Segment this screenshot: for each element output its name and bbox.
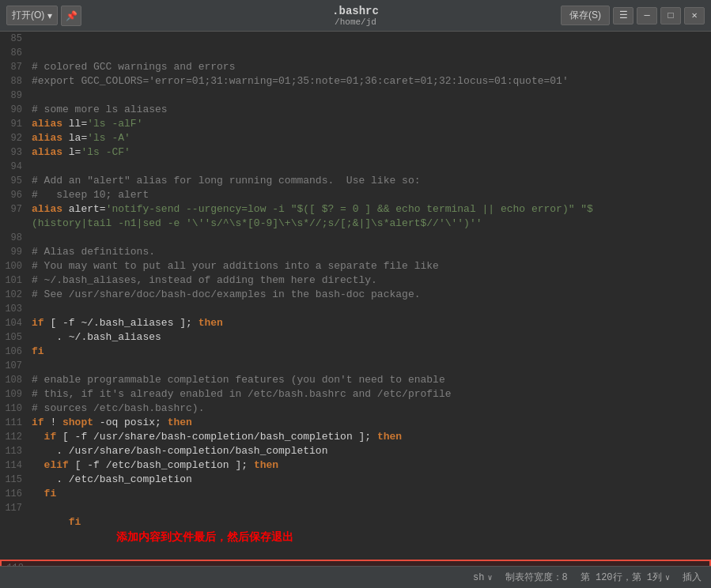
statusbar: sh ∨ 制表符宽度：8 第 120行，第 1列 ∨ 插入 (0, 566, 711, 588)
table-row: 99 # Alias definitions. (0, 245, 711, 259)
pin-button[interactable]: 📌 (61, 6, 81, 26)
pin-icon: 📌 (66, 10, 78, 21)
close-icon: ✕ (691, 9, 697, 21)
table-row: 105 . ~/.bash_aliases (0, 330, 711, 345)
file-path: /home/jd (335, 17, 376, 27)
table-row: 102 # See /usr/share/doc/bash-doc/exampl… (0, 288, 711, 302)
table-row: 115 . /etc/bash_completion (0, 473, 711, 487)
table-row: 113 . /usr/share/bash-completion/bash_co… (0, 444, 711, 458)
table-row: 91 alias ll='ls -alF' (0, 117, 711, 131)
table-row: 98 (0, 231, 711, 245)
titlebar: 打开(O) ▾ 📌 .bashrc /home/jd 保存(S) ☰ ─ □ ✕ (0, 0, 711, 32)
open-label: 打开(O) (12, 9, 44, 22)
titlebar-center: .bashrc /home/jd (332, 5, 379, 27)
position-chevron: ∨ (665, 573, 670, 582)
table-row: 103 (0, 302, 711, 316)
table-row: 101 # ~/.bash_aliases, instead of adding… (0, 273, 711, 288)
position-status[interactable]: 第 120行，第 1列 ∨ (581, 571, 670, 584)
shell-label: sh (473, 572, 484, 583)
table-row: 95 # Add an "alert" alias for long runni… (0, 174, 711, 188)
table-row: 89 (0, 89, 711, 103)
table-row: 100 # You may want to put all your addit… (0, 259, 711, 273)
table-row: (history|tail -n1|sed -e '\''s/^\s*[0-9]… (0, 217, 711, 231)
table-row: 97 alias alert='notify-send --urgency=lo… (0, 202, 711, 217)
highlighted-block: 118 119 # cuda 120 export PATH=$PATH:/us… (0, 560, 711, 566)
table-row: 90 # some more ls aliases (0, 103, 711, 117)
mode-label: 插入 (683, 571, 702, 584)
menu-button[interactable]: ☰ (613, 7, 633, 24)
open-dropdown-icon: ▾ (47, 10, 52, 21)
maximize-button[interactable]: □ (660, 7, 681, 24)
table-row: 94 (0, 160, 711, 174)
table-row: 86 (0, 46, 711, 60)
save-button[interactable]: 保存(S) (561, 6, 610, 25)
table-row: 117 fi 添加内容到文件最后，然后保存退出 (0, 501, 711, 560)
table-row: 110 # sources /etc/bash.bashrc). (0, 401, 711, 416)
table-row: 104 if [ -f ~/.bash_aliases ]; then (0, 316, 711, 330)
maximize-icon: □ (668, 10, 673, 21)
titlebar-right: 保存(S) ☰ ─ □ ✕ (561, 6, 705, 25)
tab-width-status[interactable]: 制表符宽度：8 (505, 571, 568, 584)
table-row: 88 #export GCC_COLORS='error=01;31:warni… (0, 74, 711, 89)
titlebar-left: 打开(O) ▾ 📌 (6, 6, 81, 26)
table-row: 87 # colored GCC warnings and errors (0, 60, 711, 74)
table-row: 108 # enable programmable completion fea… (0, 373, 711, 387)
table-row: 92 alias la='ls -A' (0, 131, 711, 145)
table-row: 93 alias l='ls -CF' (0, 145, 711, 160)
table-row: 96 # sleep 10; alert (0, 188, 711, 202)
close-button[interactable]: ✕ (684, 7, 705, 24)
annotation-text: 添加内容到文件最后，然后保存退出 (116, 530, 293, 543)
tab-width-label: 制表符宽度：8 (505, 571, 568, 584)
minimize-icon: ─ (644, 10, 649, 21)
shell-chevron: ∨ (488, 573, 493, 582)
table-row: 116 fi (0, 487, 711, 501)
table-row: 109 # this, if it's already enabled in /… (0, 387, 711, 401)
table-row: 107 (0, 359, 711, 373)
open-button[interactable]: 打开(O) ▾ (6, 6, 58, 25)
table-row: 112 if [ -f /usr/share/bash-completion/b… (0, 430, 711, 444)
file-title: .bashrc (332, 5, 379, 17)
table-row: 111 if ! shopt -oq posix; then (0, 416, 711, 430)
menu-icon: ☰ (619, 9, 628, 21)
table-row: 85 (0, 32, 711, 46)
editor[interactable]: 85 86 87 # colored GCC warnings and erro… (0, 32, 711, 566)
mode-status: 插入 (683, 571, 702, 584)
shell-status[interactable]: sh ∨ (473, 572, 492, 583)
minimize-button[interactable]: ─ (637, 7, 657, 24)
table-row: 106 fi (0, 345, 711, 359)
table-row: 114 elif [ -f /etc/bash_completion ]; th… (0, 458, 711, 473)
position-label: 第 120行，第 1列 (581, 571, 662, 584)
